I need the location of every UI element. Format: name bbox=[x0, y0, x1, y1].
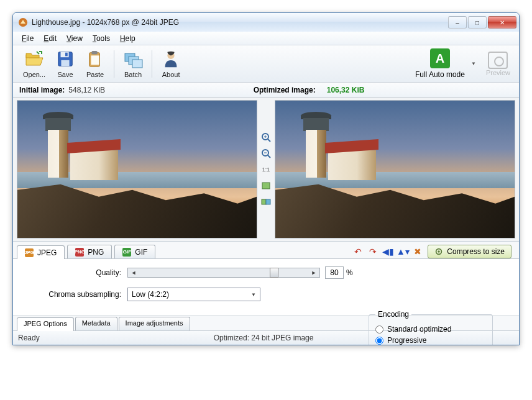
status-optimized: Optimized: 24 bit JPEG image bbox=[214, 334, 326, 342]
slider-right-arrow-icon[interactable]: ► bbox=[310, 268, 318, 277]
batch-button[interactable]: Batch bbox=[118, 48, 148, 80]
preview-label: Preview bbox=[486, 69, 510, 76]
flip-vertical-icon[interactable]: ▲▾ bbox=[398, 247, 408, 257]
save-label: Save bbox=[58, 71, 73, 78]
app-window: Lighthouse.jpg - 1024x768 px @ 24bit JPE… bbox=[12, 12, 520, 345]
chroma-subsampling-select[interactable]: Low (4:2:2) ▼ bbox=[127, 288, 260, 301]
svg-rect-20 bbox=[262, 199, 266, 204]
titlebar[interactable]: Lighthouse.jpg - 1024x768 px @ 24bit JPE… bbox=[13, 13, 519, 32]
batch-label: Batch bbox=[124, 71, 142, 78]
svg-rect-3 bbox=[62, 60, 70, 66]
full-auto-mode-button[interactable]: A Full Auto mode ▼ bbox=[415, 48, 476, 79]
optimized-image-panel[interactable] bbox=[275, 100, 515, 239]
floppy-icon bbox=[55, 49, 75, 69]
paste-button[interactable]: Paste bbox=[80, 48, 110, 80]
chevron-down-icon: ▼ bbox=[251, 292, 256, 298]
open-label: Open... bbox=[23, 71, 45, 78]
clipboard-icon bbox=[85, 49, 105, 69]
zoom-out-icon[interactable] bbox=[260, 148, 272, 159]
encoding-progressive-label: Progressive bbox=[387, 336, 426, 345]
zoom-in-icon[interactable] bbox=[260, 132, 272, 143]
svg-rect-21 bbox=[266, 199, 270, 204]
svg-rect-7 bbox=[91, 55, 99, 65]
jpeg-icon: JPG bbox=[25, 248, 34, 257]
tab-png-label: PNG bbox=[88, 248, 104, 257]
folder-open-icon bbox=[24, 49, 44, 69]
quality-slider[interactable]: ◄ ► bbox=[127, 268, 320, 278]
slider-thumb[interactable] bbox=[270, 268, 278, 278]
optimized-image-size: 106,32 KiB bbox=[327, 86, 365, 94]
gif-icon: GIF bbox=[122, 248, 131, 257]
save-button[interactable]: Save bbox=[50, 48, 80, 80]
optimized-image-label: Optimized image: bbox=[254, 86, 316, 94]
svg-line-17 bbox=[268, 155, 270, 158]
svg-rect-19 bbox=[262, 183, 270, 189]
menu-tools[interactable]: Tools bbox=[88, 33, 115, 44]
action-icons: ↶ ↷ ◀▮ ▲▾ ✖ Compress to size bbox=[353, 245, 515, 258]
encoding-legend: Encoding bbox=[375, 310, 411, 319]
rotate-right-icon[interactable]: ↷ bbox=[368, 247, 378, 257]
open-button[interactable]: Open... bbox=[18, 48, 50, 80]
rotate-left-icon[interactable]: ↶ bbox=[353, 247, 363, 257]
encoding-group: Encoding Standard optimized Progressive bbox=[369, 310, 493, 345]
tab-png[interactable]: PNGPNG bbox=[67, 245, 112, 258]
tab-metadata[interactable]: Metadata bbox=[75, 317, 117, 330]
options-panel: Quality: ◄ ► 80 % Chroma subsampling: Lo… bbox=[13, 259, 519, 316]
about-button[interactable]: About bbox=[156, 48, 186, 80]
status-ready: Ready bbox=[18, 334, 52, 342]
person-icon bbox=[161, 49, 181, 69]
format-tab-bar: JPGJPEG PNGPNG GIFGIF ↶ ↷ ◀▮ ▲▾ ✖ Compre… bbox=[13, 242, 519, 259]
png-icon: PNG bbox=[75, 248, 84, 257]
menubar: File Edit View Tools Help bbox=[13, 32, 519, 45]
initial-image-size: 548,12 KiB bbox=[68, 86, 105, 94]
tab-jpeg-label: JPEG bbox=[37, 248, 57, 257]
app-icon bbox=[18, 17, 28, 27]
minimize-button[interactable]: – bbox=[448, 16, 467, 29]
encoding-standard-label: Standard optimized bbox=[387, 325, 451, 334]
close-button[interactable]: ✕ bbox=[488, 16, 516, 29]
compress-label: Compress to size bbox=[447, 247, 505, 256]
maximize-button[interactable]: □ bbox=[468, 16, 487, 29]
toolbar-separator bbox=[152, 50, 152, 78]
menu-edit[interactable]: Edit bbox=[39, 33, 62, 44]
svg-point-23 bbox=[438, 250, 441, 253]
chroma-value: Low (4:2:2) bbox=[132, 290, 169, 299]
slider-left-arrow-icon[interactable]: ◄ bbox=[129, 268, 138, 277]
svg-line-13 bbox=[268, 139, 270, 142]
tab-gif[interactable]: GIFGIF bbox=[114, 245, 155, 258]
image-comparison-row: 1:1 bbox=[13, 98, 519, 242]
percent-label: % bbox=[346, 268, 353, 277]
svg-rect-4 bbox=[65, 53, 68, 57]
tab-gif-label: GIF bbox=[135, 248, 147, 257]
fit-both-icon[interactable] bbox=[260, 196, 272, 207]
size-info-bar: Initial image: 548,12 KiB Optimized imag… bbox=[13, 83, 519, 98]
quality-label: Quality: bbox=[24, 268, 127, 277]
batch-icon bbox=[123, 49, 143, 69]
actual-size-icon[interactable]: 1:1 bbox=[260, 164, 272, 175]
compress-to-size-button[interactable]: Compress to size bbox=[428, 245, 511, 258]
menu-file[interactable]: File bbox=[17, 33, 39, 44]
fit-window-icon[interactable] bbox=[260, 180, 272, 191]
menu-help[interactable]: Help bbox=[115, 33, 140, 44]
tab-jpeg[interactable]: JPGJPEG bbox=[17, 245, 65, 259]
initial-image-panel[interactable] bbox=[17, 100, 257, 239]
svg-rect-10 bbox=[132, 60, 142, 68]
dropdown-arrow-icon[interactable]: ▼ bbox=[471, 61, 476, 66]
gear-icon bbox=[434, 247, 443, 256]
svg-rect-6 bbox=[91, 51, 97, 55]
initial-image-label: Initial image: bbox=[19, 86, 65, 94]
encoding-standard-radio[interactable]: Standard optimized bbox=[375, 325, 486, 334]
toolbar-separator bbox=[114, 50, 114, 78]
tab-jpeg-options[interactable]: JPEG Options bbox=[17, 317, 74, 331]
menu-view[interactable]: View bbox=[62, 33, 88, 44]
tab-image-adjustments[interactable]: Image adjustments bbox=[119, 317, 190, 330]
window-title: Lighthouse.jpg - 1024x768 px @ 24bit JPE… bbox=[32, 18, 447, 27]
encoding-progressive-radio[interactable]: Progressive bbox=[375, 336, 486, 345]
center-tools: 1:1 bbox=[257, 100, 275, 239]
flip-horizontal-icon[interactable]: ◀▮ bbox=[383, 247, 393, 257]
preview-button[interactable]: Preview bbox=[486, 52, 510, 76]
about-label: About bbox=[162, 71, 180, 78]
quality-value-input[interactable]: 80 bbox=[325, 266, 344, 279]
fit-icon[interactable]: ✖ bbox=[413, 247, 423, 257]
paste-label: Paste bbox=[86, 71, 104, 78]
